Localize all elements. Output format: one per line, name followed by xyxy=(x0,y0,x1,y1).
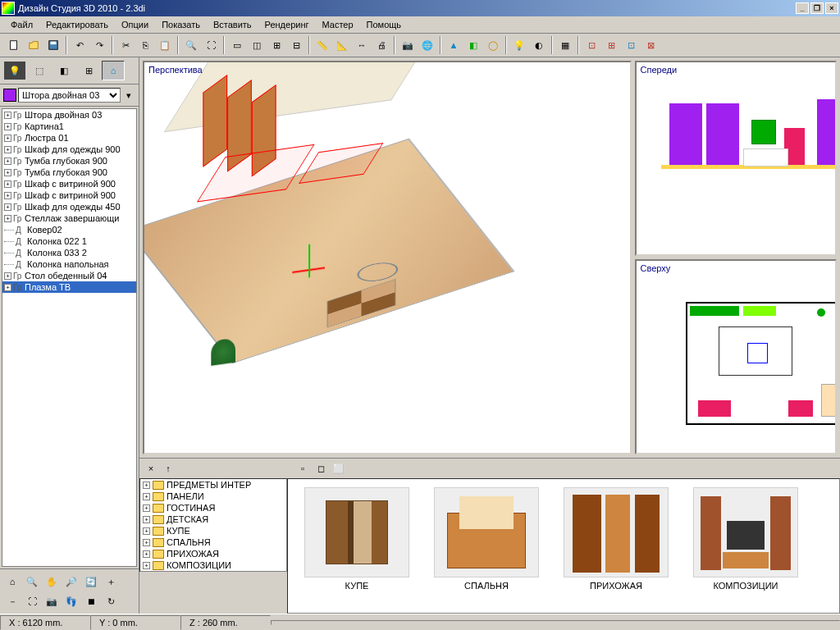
catalog-item[interactable]: +ПРИХОЖАЯ xyxy=(140,548,286,559)
save-button[interactable] xyxy=(44,36,62,54)
nav-home-button[interactable]: ⌂ xyxy=(3,573,21,591)
nav-walk-button[interactable]: 👣 xyxy=(62,592,80,610)
color-swatch[interactable] xyxy=(3,89,16,102)
panel-close-button[interactable]: × xyxy=(144,462,158,475)
catalog-item[interactable]: +КОМПОЗИЦИИ xyxy=(140,559,286,571)
thumb-kupe[interactable]: КУПЕ xyxy=(304,487,409,591)
expander-icon[interactable]: + xyxy=(143,482,150,489)
print-button[interactable]: 🖨 xyxy=(372,36,390,54)
layout-4-button[interactable]: ⊟ xyxy=(287,36,305,54)
undo-button[interactable]: ↶ xyxy=(71,36,89,54)
tree-item[interactable]: ДКолонка 033 2 xyxy=(2,247,136,258)
shader-button[interactable]: ◐ xyxy=(530,36,548,54)
cut-button[interactable]: ✂ xyxy=(116,36,135,54)
thumb-kompozicii[interactable]: КОМПОЗИЦИИ xyxy=(693,487,798,591)
mode-object-button[interactable]: ⬚ xyxy=(28,61,51,80)
paste-button[interactable]: 📋 xyxy=(156,36,174,54)
tree-item[interactable]: +ГрТумба глубокая 900 xyxy=(2,155,136,167)
close-button[interactable]: × xyxy=(825,2,838,14)
menu-render[interactable]: Рендеринг xyxy=(259,18,315,31)
copy-button[interactable]: ⎘ xyxy=(136,36,154,54)
tree-item[interactable]: ДКолонка 022 1 xyxy=(2,235,136,247)
tree-item[interactable]: +ГрПлазма ТВ xyxy=(2,281,136,293)
nav-zoom-button[interactable]: 🔎 xyxy=(62,573,80,591)
snap-1-button[interactable]: ⊡ xyxy=(582,36,600,54)
thumb-prihozhaya[interactable]: ПРИХОЖАЯ xyxy=(564,487,669,591)
menu-file[interactable]: Файл xyxy=(5,18,39,31)
nav-zoom-extents-button[interactable]: 🔍 xyxy=(23,573,41,591)
layout-2-button[interactable]: ◫ xyxy=(248,36,266,54)
tree-item[interactable]: +ГрШкаф для одежды 450 xyxy=(2,201,136,212)
mode-light-button[interactable]: 💡 xyxy=(3,61,26,80)
catalog-item[interactable]: +ДЕТСКАЯ xyxy=(140,514,286,525)
tree-item[interactable]: +ГрШтора двойная 03 xyxy=(2,109,136,121)
expander-icon[interactable]: + xyxy=(143,493,150,500)
expander-icon[interactable]: + xyxy=(143,539,150,546)
open-button[interactable] xyxy=(25,36,43,54)
maximize-button[interactable]: ❐ xyxy=(810,2,824,14)
layout-3-button[interactable]: ⊞ xyxy=(267,36,285,54)
viewport-top[interactable]: Сверху xyxy=(635,259,837,454)
fit-button[interactable]: ⛶ xyxy=(202,36,220,54)
tree-item[interactable]: ДКовер02 xyxy=(2,224,136,235)
expander-icon[interactable]: + xyxy=(4,135,11,142)
panel-up-button[interactable]: ↑ xyxy=(161,461,176,476)
view-medium-button[interactable]: ◻ xyxy=(313,461,328,476)
snap-4-button[interactable]: ⊠ xyxy=(641,36,660,54)
expander-icon[interactable]: + xyxy=(4,272,11,280)
catalog-tree[interactable]: +ПРЕДМЕТЫ ИНТЕР+ПАНЕЛИ+ГОСТИНАЯ+ДЕТСКАЯ+… xyxy=(139,478,287,572)
menu-edit[interactable]: Редактировать xyxy=(40,18,114,31)
catalog-item[interactable]: +ГОСТИНАЯ xyxy=(140,502,286,514)
viewport-perspective[interactable]: Перспектива xyxy=(143,61,632,454)
catalog-item[interactable]: +КУПЕ xyxy=(140,525,286,536)
catalog-item[interactable]: +ПРЕДМЕТЫ ИНТЕР xyxy=(140,479,286,491)
nav-zoom-in-button[interactable]: ＋ xyxy=(102,573,120,591)
tree-item[interactable]: +ГрСтеллаж завершающи xyxy=(2,212,136,224)
nav-zoom-out-button[interactable]: － xyxy=(3,592,21,610)
snap-3-button[interactable]: ⊡ xyxy=(622,36,640,54)
ruler-button[interactable]: 📏 xyxy=(313,36,331,54)
tree-item[interactable]: +ГрСтол обеденный 04 xyxy=(2,270,136,281)
expander-icon[interactable]: + xyxy=(4,123,11,130)
expander-icon[interactable]: + xyxy=(4,203,11,211)
nav-orbit-button[interactable]: 🔄 xyxy=(82,573,100,591)
menu-options[interactable]: Опции xyxy=(116,18,154,31)
nav-stop-button[interactable]: ⏹ xyxy=(82,592,100,610)
nav-camera-button[interactable]: 📷 xyxy=(43,592,61,610)
expander-icon[interactable]: + xyxy=(143,562,150,569)
snap-2-button[interactable]: ⊞ xyxy=(602,36,620,54)
menu-master[interactable]: Мастер xyxy=(317,18,359,31)
globe-button[interactable]: 🌐 xyxy=(418,36,436,54)
grid-button[interactable]: ▦ xyxy=(556,36,574,54)
viewport-front[interactable]: Спереди xyxy=(635,61,837,256)
tree-item[interactable]: +ГрШкаф для одежды 900 xyxy=(2,144,136,155)
menu-insert[interactable]: Вставить xyxy=(208,18,258,31)
minimize-button[interactable]: _ xyxy=(796,2,809,14)
expander-icon[interactable]: + xyxy=(143,527,150,535)
mode-plan-button[interactable]: ⌂ xyxy=(102,61,125,80)
nav-pan-button[interactable]: ✋ xyxy=(43,573,61,591)
new-button[interactable] xyxy=(5,36,23,54)
expander-icon[interactable]: + xyxy=(4,146,11,153)
selector-menu-button[interactable]: ▾ xyxy=(122,89,135,102)
redo-button[interactable]: ↷ xyxy=(90,36,108,54)
object-selector[interactable]: Штора двойная 03 xyxy=(18,88,121,103)
dim-button[interactable]: ↔ xyxy=(353,36,371,54)
view-small-button[interactable]: ▫ xyxy=(295,461,310,476)
expander-icon[interactable]: + xyxy=(4,180,11,188)
scene-tree[interactable]: +ГрШтора двойная 03+ГрКартина1+ГрЛюстра … xyxy=(2,108,137,567)
angle-button[interactable]: 📐 xyxy=(333,36,351,54)
mode-material-button[interactable]: ◧ xyxy=(52,61,75,80)
tree-item[interactable]: +ГрЛюстра 01 xyxy=(2,132,136,144)
menu-help[interactable]: Помощь xyxy=(361,18,408,31)
mode-wall-button[interactable]: ⊞ xyxy=(77,61,100,80)
catalog-item[interactable]: +ПАНЕЛИ xyxy=(140,491,286,502)
expander-icon[interactable]: + xyxy=(4,169,11,176)
layout-1-button[interactable]: ▭ xyxy=(228,36,246,54)
expander-icon[interactable]: + xyxy=(4,215,11,222)
catalog-item[interactable]: +СПАЛЬНЯ xyxy=(140,536,286,548)
tree-item[interactable]: +ГрШкаф с витриной 900 xyxy=(2,178,136,189)
thumb-spalnya[interactable]: СПАЛЬНЯ xyxy=(434,487,539,591)
cone-button[interactable]: ▲ xyxy=(445,36,463,54)
expander-icon[interactable]: + xyxy=(4,192,11,199)
